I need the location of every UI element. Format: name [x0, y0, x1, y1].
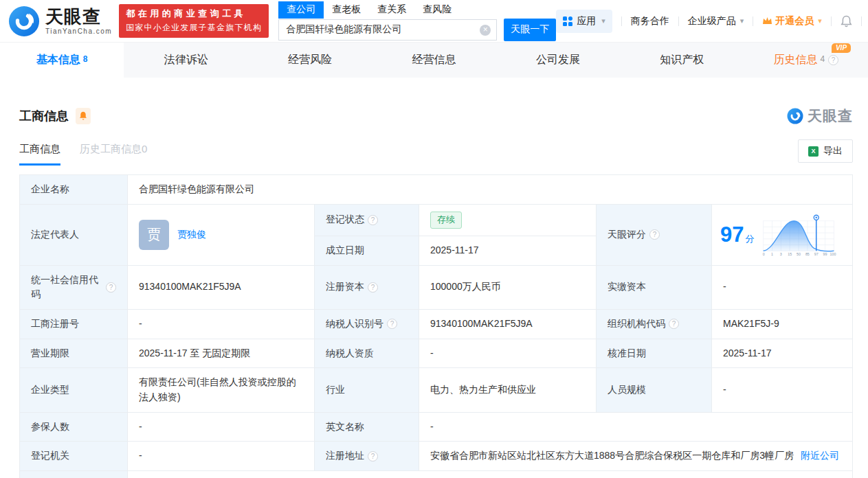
taxpayer-id-label: 纳税人识别号? [315, 309, 419, 339]
reg-status-value: 存续 [419, 204, 597, 236]
subscribe-bell-icon[interactable] [76, 108, 91, 124]
english-name-label: 英文名称 [315, 412, 419, 442]
divider [831, 16, 832, 26]
approval-date-label: 核准日期 [597, 339, 712, 368]
credit-code-label: 统一社会信用代码? [20, 265, 128, 309]
svg-text:50: 50 [797, 252, 801, 256]
search-tabs: 查公司 查老板 查关系 查风险 [278, 1, 556, 19]
score-number: 97 [720, 223, 744, 247]
search-input-wrap: × [278, 19, 497, 41]
legal-rep-value: 贾 贾独俊 [128, 204, 315, 265]
svg-text:0: 0 [763, 252, 765, 256]
business-term-label: 营业期限 [20, 339, 128, 368]
org-code-value: MAK21F5J-9 [712, 309, 853, 339]
help-icon[interactable]: ? [669, 319, 679, 329]
registry-authority-label: 登记机关 [20, 442, 128, 471]
svg-text:97: 97 [814, 252, 819, 256]
excel-icon: X [808, 146, 819, 157]
nav-enterprise-label: 企业级产品 [688, 15, 736, 27]
subtab-history-business-info[interactable]: 历史工商信息0 [80, 143, 147, 166]
tab-intellectual-property[interactable]: 知识产权 [620, 43, 744, 78]
business-scope-label: 经营范围? [20, 471, 128, 478]
nav-open-membership[interactable]: 开通会员 ▾ [762, 15, 822, 27]
search-tab-boss[interactable]: 查老板 [324, 1, 369, 19]
table-row: 营业期限 2025-11-17 至 无固定期限 纳税人资质 - 核准日期 202… [20, 339, 853, 368]
help-icon[interactable]: ? [368, 282, 378, 293]
nav-enterprise-products[interactable]: 企业级产品 ▾ [688, 15, 744, 27]
tab-legal-proceedings[interactable]: 法律诉讼 [124, 43, 247, 78]
chevron-down-icon: ▾ [740, 16, 744, 25]
legal-rep-label: 法定代表人 [20, 204, 128, 265]
legal-rep-link[interactable]: 贾独俊 [177, 227, 206, 242]
tab-company-development[interactable]: 公司发展 [496, 43, 620, 78]
nav-membership-label: 开通会员 [775, 15, 814, 27]
table-row: 企业类型 有限责任公司(非自然人投资或控股的法人独资) 行业 电力、热力生产和供… [20, 368, 853, 412]
brand-name: 天眼查 [45, 8, 112, 25]
nearby-companies-link[interactable]: 附近公司 [801, 450, 839, 461]
svg-text:3: 3 [780, 252, 782, 256]
company-detail-tabs: 基本信息 8 法律诉讼 经营风险 经营信息 公司发展 知识产权 VIP 历史信息… [0, 42, 868, 78]
reg-address-value: 安徽省合肥市新站区站北社区东方大道1888号合肥综合保税区一期仓库和厂房3幢厂房… [419, 442, 853, 471]
promo-banner[interactable]: 都在用的商业查询工具 国家中小企业发展子基金旗下机构 [119, 4, 269, 38]
help-icon[interactable]: ? [368, 451, 378, 462]
tab-history-info[interactable]: VIP 历史信息 4 ? [744, 43, 868, 78]
reg-status-label: 登记状态? [315, 204, 419, 236]
main-content: 工商信息 天眼查 工商信息 历史工商信息0 X 导出 [0, 78, 868, 478]
search-input[interactable] [279, 20, 496, 40]
notification-bell-icon[interactable] [841, 15, 852, 27]
business-info-table: 企业名称 合肥国轩绿色能源有限公司 法定代表人 贾 贾独俊 登记状态? 存续 天… [19, 174, 853, 478]
establish-date-value: 2025-11-17 [419, 236, 597, 265]
credit-code-value: 91340100MAK21F5J9A [128, 265, 315, 309]
tab-basic-info[interactable]: 基本信息 8 [0, 43, 124, 78]
business-term-value: 2025-11-17 至 无固定期限 [128, 339, 315, 368]
taxpayer-id-value: 91340100MAK21F5J9A [419, 309, 597, 339]
help-icon[interactable]: ? [106, 282, 116, 293]
subtab-business-info[interactable]: 工商信息 [19, 143, 60, 166]
table-row: 统一社会信用代码? 91340100MAK21F5J9A 注册资本? 10000… [20, 265, 853, 309]
search-button[interactable]: 天眼一下 [504, 19, 556, 41]
top-header: 天眼查 TianYanCha.com 都在用的商业查询工具 国家中小企业发展子基… [0, 0, 868, 42]
business-info-subtabs: 工商信息 历史工商信息0 [19, 143, 147, 166]
apps-menu[interactable]: 应用 ▾ [556, 10, 612, 33]
table-row: 经营范围? 一般项目：电池制造；电池销售；新能源汽车生产测试设备销售；新能源原动… [20, 471, 853, 478]
clear-search-icon[interactable]: × [480, 25, 491, 36]
search-tab-company[interactable]: 查公司 [278, 1, 324, 19]
registry-authority-value: - [128, 442, 315, 471]
section-title: 工商信息 [19, 108, 69, 124]
export-label: 导出 [823, 145, 843, 157]
paid-capital-label: 实缴资本 [597, 265, 712, 309]
help-icon[interactable]: ? [649, 229, 660, 240]
help-icon[interactable]: ? [368, 215, 378, 225]
score-unit: 分 [745, 234, 754, 244]
search-tab-relation[interactable]: 查关系 [369, 1, 414, 19]
crown-icon [762, 16, 772, 25]
help-icon[interactable]: ? [387, 319, 397, 329]
tab-history-info-count: 4 [820, 54, 825, 64]
export-button[interactable]: X 导出 [798, 139, 853, 163]
divider [861, 16, 862, 26]
company-type-label: 企业类型 [20, 368, 128, 412]
search-tab-risk[interactable]: 查风险 [414, 1, 460, 19]
svg-text:15: 15 [788, 252, 792, 256]
reg-address-text: 安徽省合肥市新站区站北社区东方大道1888号合肥综合保税区一期仓库和厂房3幢厂房 [430, 450, 794, 461]
watermark-logo-icon [787, 108, 803, 124]
promo-banner-line2: 国家中小企业发展子基金旗下机构 [126, 22, 262, 34]
tab-operating-risk[interactable]: 经营风险 [248, 43, 372, 78]
status-badge: 存续 [430, 212, 462, 229]
establish-date-label: 成立日期 [315, 236, 419, 265]
tab-operating-info[interactable]: 经营信息 [372, 43, 496, 78]
insured-staff-value: - [128, 412, 315, 442]
legal-rep-avatar[interactable]: 贾 [139, 220, 169, 250]
watermark-text: 天眼查 [808, 106, 853, 126]
tianyancha-logo-icon [8, 5, 40, 37]
nav-business-cooperation[interactable]: 商务合作 [631, 15, 669, 27]
help-icon[interactable]: ? [828, 55, 838, 65]
staff-size-label: 人员规模 [597, 368, 712, 412]
page: 天眼查 TianYanCha.com 都在用的商业查询工具 国家中小企业发展子基… [0, 0, 868, 478]
tianyancha-logo[interactable]: 天眼查 TianYanCha.com [8, 5, 112, 37]
svg-text:100: 100 [830, 252, 836, 256]
staff-size-value: - [712, 368, 853, 412]
company-name-value: 合肥国轩绿色能源有限公司 [128, 175, 853, 205]
reg-number-value: - [128, 309, 315, 339]
english-name-value: - [419, 412, 853, 442]
